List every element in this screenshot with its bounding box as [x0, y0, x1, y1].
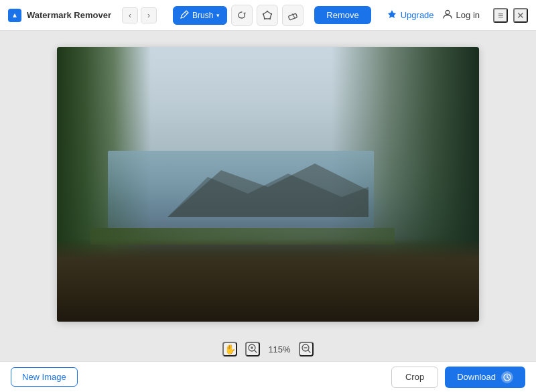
brush-chevron-icon: ▾	[216, 12, 220, 19]
upgrade-label: Upgrade	[401, 10, 434, 20]
titlebar-left: Watermark Remover ‹ › Brush ▾	[8, 5, 371, 26]
svg-point-5	[264, 17, 265, 19]
photo-background	[57, 47, 479, 322]
nav-buttons: ‹ ›	[122, 7, 157, 23]
mountain-layer	[168, 150, 368, 217]
titlebar: Watermark Remover ‹ › Brush ▾	[0, 0, 536, 31]
zoom-bar: ✋ 115%	[0, 337, 536, 361]
pan-icon: ✋	[224, 344, 236, 354]
toolbar: Brush ▾	[173, 5, 304, 26]
polygon-tool-button[interactable]	[257, 5, 278, 26]
upgrade-icon	[387, 9, 397, 21]
svg-point-2	[267, 10, 268, 11]
zoom-in-icon	[248, 344, 257, 355]
svg-line-11	[255, 350, 257, 352]
brush-tool-button[interactable]: Brush ▾	[173, 6, 227, 25]
crop-button[interactable]: Crop	[391, 367, 438, 388]
login-button[interactable]: Log in	[442, 9, 480, 21]
zoom-in-button[interactable]	[245, 342, 260, 356]
user-icon	[442, 9, 453, 21]
bottom-bar: New Image Crop Download	[0, 361, 536, 392]
eraser-tool-button[interactable]	[282, 5, 304, 26]
main-area	[0, 31, 536, 337]
app-title: Watermark Remover	[27, 10, 111, 20]
login-label: Log in	[456, 10, 480, 20]
close-button[interactable]: ✕	[513, 8, 528, 23]
zoom-out-button[interactable]	[299, 342, 314, 356]
upgrade-button[interactable]: Upgrade	[387, 9, 434, 21]
svg-point-6	[263, 13, 264, 14]
brush-icon	[180, 10, 189, 21]
svg-point-3	[271, 13, 272, 14]
back-button[interactable]: ‹	[122, 7, 138, 23]
lasso-tool-button[interactable]	[231, 5, 253, 26]
svg-point-1	[14, 14, 16, 16]
zoom-level: 115%	[268, 344, 290, 354]
brush-label: Brush	[192, 11, 213, 20]
ground-layer	[57, 239, 479, 322]
svg-point-4	[269, 17, 271, 19]
menu-button[interactable]: ≡	[493, 8, 508, 23]
new-image-button[interactable]: New Image	[11, 367, 78, 387]
svg-line-15	[308, 350, 310, 352]
image-canvas[interactable]	[57, 47, 479, 322]
pan-button[interactable]: ✋	[222, 342, 237, 356]
bottom-right-actions: Crop Download	[391, 367, 525, 388]
download-button[interactable]: Download	[445, 367, 525, 388]
download-clock-icon	[501, 371, 513, 383]
zoom-out-icon	[302, 344, 311, 355]
titlebar-right: Upgrade Log in ≡ ✕	[387, 8, 528, 23]
window-controls: ≡ ✕	[493, 8, 528, 23]
remove-button[interactable]: Remove	[314, 6, 371, 24]
forward-button[interactable]: ›	[141, 7, 157, 23]
app-logo	[8, 9, 21, 22]
svg-point-9	[446, 11, 450, 15]
download-label: Download	[457, 372, 496, 382]
